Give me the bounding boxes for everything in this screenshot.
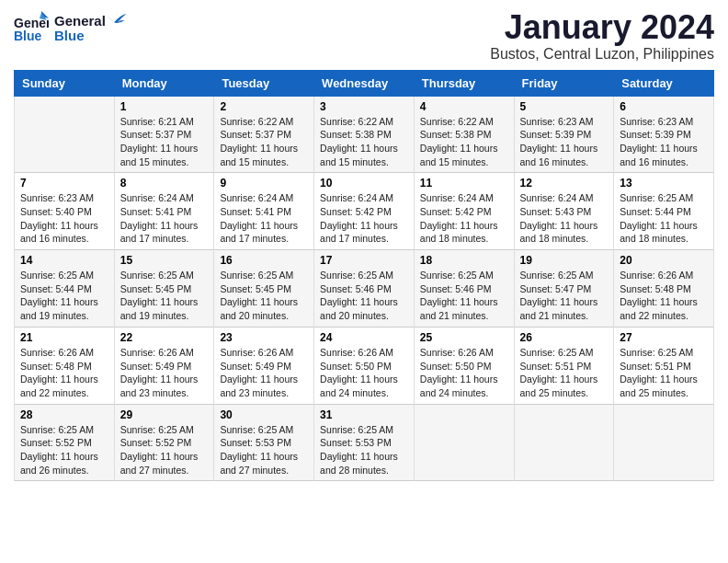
day-content: Sunrise: 6:26 AMSunset: 5:48 PMDaylight:… — [620, 269, 708, 323]
calendar-cell: 23Sunrise: 6:26 AMSunset: 5:49 PMDayligh… — [214, 327, 314, 404]
header-tuesday: Tuesday — [214, 70, 314, 96]
day-number: 24 — [320, 331, 408, 344]
calendar-cell: 17Sunrise: 6:25 AMSunset: 5:46 PMDayligh… — [314, 250, 415, 327]
title-area: January 2024 Bustos, Central Luzon, Phil… — [490, 9, 714, 63]
day-content: Sunrise: 6:25 AMSunset: 5:46 PMDaylight:… — [420, 269, 508, 323]
day-content: Sunrise: 6:26 AMSunset: 5:49 PMDaylight:… — [120, 346, 209, 400]
day-number: 20 — [620, 254, 708, 267]
day-content: Sunrise: 6:22 AMSunset: 5:37 PMDaylight:… — [220, 115, 308, 169]
day-number: 7 — [20, 177, 108, 190]
logo: General Blue General Blue — [14, 9, 128, 48]
calendar-cell: 20Sunrise: 6:26 AMSunset: 5:48 PMDayligh… — [614, 250, 714, 327]
day-content: Sunrise: 6:22 AMSunset: 5:38 PMDaylight:… — [420, 115, 508, 169]
calendar-cell: 26Sunrise: 6:25 AMSunset: 5:51 PMDayligh… — [514, 327, 614, 404]
calendar-cell: 7Sunrise: 6:23 AMSunset: 5:40 PMDaylight… — [15, 173, 115, 250]
day-number: 11 — [420, 177, 508, 190]
week-row-5: 28Sunrise: 6:25 AMSunset: 5:52 PMDayligh… — [15, 404, 714, 481]
day-content: Sunrise: 6:25 AMSunset: 5:53 PMDaylight:… — [320, 423, 408, 477]
week-row-1: 1Sunrise: 6:21 AMSunset: 5:37 PMDaylight… — [15, 96, 714, 173]
day-number: 2 — [220, 100, 308, 113]
calendar-cell: 4Sunrise: 6:22 AMSunset: 5:38 PMDaylight… — [414, 96, 514, 173]
calendar-cell: 1Sunrise: 6:21 AMSunset: 5:37 PMDaylight… — [114, 96, 214, 173]
calendar-cell: 6Sunrise: 6:23 AMSunset: 5:39 PMDaylight… — [614, 96, 714, 173]
day-content: Sunrise: 6:25 AMSunset: 5:51 PMDaylight:… — [520, 346, 609, 400]
day-content: Sunrise: 6:24 AMSunset: 5:43 PMDaylight:… — [520, 191, 609, 246]
header-row: SundayMondayTuesdayWednesdayThursdayFrid… — [15, 70, 714, 96]
calendar-cell: 19Sunrise: 6:25 AMSunset: 5:47 PMDayligh… — [514, 250, 614, 327]
day-content: Sunrise: 6:25 AMSunset: 5:52 PMDaylight:… — [20, 423, 108, 477]
calendar-cell: 29Sunrise: 6:25 AMSunset: 5:52 PMDayligh… — [114, 404, 214, 481]
header-saturday: Saturday — [614, 70, 714, 96]
header-thursday: Thursday — [414, 70, 514, 96]
day-content: Sunrise: 6:25 AMSunset: 5:52 PMDaylight:… — [120, 423, 209, 477]
calendar-cell: 25Sunrise: 6:26 AMSunset: 5:50 PMDayligh… — [414, 327, 514, 404]
calendar-cell: 3Sunrise: 6:22 AMSunset: 5:38 PMDaylight… — [314, 96, 415, 173]
page-header: General Blue General Blue January 2024 B… — [14, 9, 714, 63]
day-number: 12 — [520, 177, 609, 190]
calendar-cell: 9Sunrise: 6:24 AMSunset: 5:41 PMDaylight… — [214, 173, 314, 250]
calendar-cell: 31Sunrise: 6:25 AMSunset: 5:53 PMDayligh… — [314, 404, 415, 481]
day-number: 21 — [20, 331, 108, 344]
day-content: Sunrise: 6:25 AMSunset: 5:45 PMDaylight:… — [120, 269, 209, 323]
day-number: 6 — [620, 100, 708, 113]
day-number: 17 — [320, 254, 408, 267]
day-number: 31 — [320, 408, 408, 421]
day-content: Sunrise: 6:26 AMSunset: 5:50 PMDaylight:… — [320, 346, 408, 400]
day-number: 29 — [120, 408, 209, 421]
day-number: 10 — [320, 177, 408, 190]
header-sunday: Sunday — [15, 70, 115, 96]
day-content: Sunrise: 6:26 AMSunset: 5:48 PMDaylight:… — [20, 346, 108, 400]
day-content: Sunrise: 6:25 AMSunset: 5:44 PMDaylight:… — [620, 191, 708, 246]
calendar-cell: 18Sunrise: 6:25 AMSunset: 5:46 PMDayligh… — [414, 250, 514, 327]
calendar-cell: 2Sunrise: 6:22 AMSunset: 5:37 PMDaylight… — [214, 96, 314, 173]
day-content: Sunrise: 6:26 AMSunset: 5:49 PMDaylight:… — [220, 346, 308, 400]
day-content: Sunrise: 6:25 AMSunset: 5:44 PMDaylight:… — [20, 269, 108, 323]
calendar-cell: 21Sunrise: 6:26 AMSunset: 5:48 PMDayligh… — [15, 327, 115, 404]
day-number: 15 — [120, 254, 209, 267]
week-row-4: 21Sunrise: 6:26 AMSunset: 5:48 PMDayligh… — [15, 327, 714, 404]
calendar-cell: 28Sunrise: 6:25 AMSunset: 5:52 PMDayligh… — [15, 404, 115, 481]
calendar-table: SundayMondayTuesdayWednesdayThursdayFrid… — [14, 70, 714, 482]
location: Bustos, Central Luzon, Philippines — [490, 46, 714, 63]
day-content: Sunrise: 6:23 AMSunset: 5:39 PMDaylight:… — [620, 115, 708, 169]
day-number: 5 — [520, 100, 609, 113]
calendar-cell — [15, 96, 115, 173]
calendar-cell: 24Sunrise: 6:26 AMSunset: 5:50 PMDayligh… — [314, 327, 415, 404]
day-content: Sunrise: 6:23 AMSunset: 5:39 PMDaylight:… — [520, 115, 609, 169]
day-number: 28 — [20, 408, 108, 421]
calendar-cell: 30Sunrise: 6:25 AMSunset: 5:53 PMDayligh… — [214, 404, 314, 481]
day-number: 18 — [420, 254, 508, 267]
calendar-cell: 27Sunrise: 6:25 AMSunset: 5:51 PMDayligh… — [614, 327, 714, 404]
day-content: Sunrise: 6:21 AMSunset: 5:37 PMDaylight:… — [120, 115, 209, 169]
calendar-cell: 16Sunrise: 6:25 AMSunset: 5:45 PMDayligh… — [214, 250, 314, 327]
calendar-cell — [514, 404, 614, 481]
day-number: 19 — [520, 254, 609, 267]
week-row-3: 14Sunrise: 6:25 AMSunset: 5:44 PMDayligh… — [15, 250, 714, 327]
logo-line1: General — [54, 14, 106, 29]
day-number: 26 — [520, 331, 609, 344]
day-content: Sunrise: 6:24 AMSunset: 5:41 PMDaylight:… — [120, 191, 209, 246]
day-content: Sunrise: 6:25 AMSunset: 5:51 PMDaylight:… — [620, 346, 708, 400]
calendar-cell: 22Sunrise: 6:26 AMSunset: 5:49 PMDayligh… — [114, 327, 214, 404]
day-number: 9 — [220, 177, 308, 190]
header-friday: Friday — [514, 70, 614, 96]
calendar-cell: 8Sunrise: 6:24 AMSunset: 5:41 PMDaylight… — [114, 173, 214, 250]
calendar-cell: 14Sunrise: 6:25 AMSunset: 5:44 PMDayligh… — [15, 250, 115, 327]
svg-text:Blue: Blue — [14, 29, 42, 43]
day-content: Sunrise: 6:25 AMSunset: 5:46 PMDaylight:… — [320, 269, 408, 323]
logo-icon: General Blue — [14, 9, 49, 48]
header-monday: Monday — [114, 70, 214, 96]
calendar-cell — [614, 404, 714, 481]
day-number: 14 — [20, 254, 108, 267]
week-row-2: 7Sunrise: 6:23 AMSunset: 5:40 PMDaylight… — [15, 173, 714, 250]
day-number: 23 — [220, 331, 308, 344]
calendar-cell: 15Sunrise: 6:25 AMSunset: 5:45 PMDayligh… — [114, 250, 214, 327]
day-number: 25 — [420, 331, 508, 344]
calendar-cell: 13Sunrise: 6:25 AMSunset: 5:44 PMDayligh… — [614, 173, 714, 250]
day-content: Sunrise: 6:24 AMSunset: 5:41 PMDaylight:… — [220, 191, 308, 246]
calendar-cell: 12Sunrise: 6:24 AMSunset: 5:43 PMDayligh… — [514, 173, 614, 250]
calendar-cell: 10Sunrise: 6:24 AMSunset: 5:42 PMDayligh… — [314, 173, 415, 250]
calendar-cell — [414, 404, 514, 481]
month-title: January 2024 — [490, 9, 714, 46]
calendar-cell: 5Sunrise: 6:23 AMSunset: 5:39 PMDaylight… — [514, 96, 614, 173]
